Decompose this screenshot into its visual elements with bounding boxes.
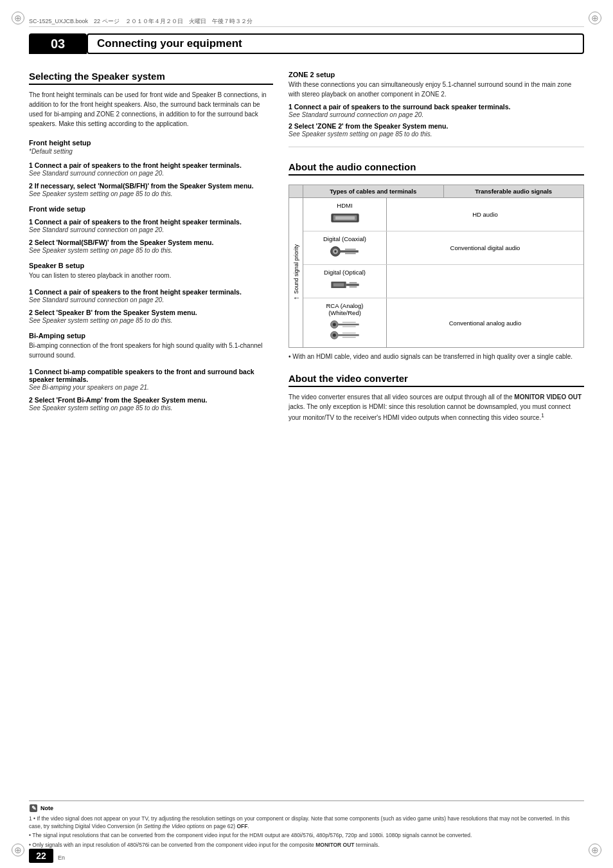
- front-height-default: *Default setting: [29, 148, 273, 155]
- svg-point-20: [332, 334, 335, 337]
- cable-hdmi: HDMI: [303, 198, 387, 231]
- note-text-3: • Only signals with an input resolution …: [29, 841, 584, 849]
- note-heading: ✎ Note: [29, 804, 584, 813]
- table-row-hdmi: HDMI HD audio: [303, 198, 583, 231]
- left-column: Selecting the Speaker system The front h…: [29, 64, 273, 817]
- file-info-bar: SC-1525_UXJCB.book 22 ページ ２０１０年４月２０日 火曜日…: [29, 18, 584, 27]
- video-converter-heading: About the video converter: [289, 373, 584, 387]
- svg-rect-2: [335, 217, 355, 220]
- page-lang: En: [58, 854, 65, 861]
- chapter-number-tab: 03: [29, 33, 87, 54]
- signal-digital-coaxial: Conventional digital audio: [387, 231, 583, 264]
- audio-table-body: ↑ Sound signal priority HDMI: [289, 198, 583, 347]
- priority-arrow: ↑: [292, 297, 301, 301]
- note-label: Note: [40, 805, 53, 811]
- svg-point-15: [332, 323, 335, 326]
- priority-label: ↑ Sound signal priority: [292, 244, 301, 300]
- zone2-heading: ZONE 2 setup: [289, 71, 584, 78]
- selecting-speaker-intro: The front height terminals can be used f…: [29, 90, 273, 129]
- fw-step2-heading: 2 Select 'Normal(SB/FW)' from the Speake…: [29, 239, 273, 246]
- note-icon: ✎: [29, 804, 38, 813]
- fh-step1-text: See Standard surround connection on page…: [29, 170, 273, 177]
- z2-step1-text: See Standard surround connection on page…: [289, 111, 584, 118]
- audio-connection-heading: About the audio connection: [289, 161, 584, 176]
- fh-step2-text: See Speaker system setting on page 85 to…: [29, 190, 273, 197]
- svg-rect-10: [333, 284, 344, 287]
- corner-mark-tl: [12, 12, 24, 24]
- table-row-digital-coaxial: Digital (Coaxial) Convention: [303, 231, 583, 265]
- coaxial-connector-icon: [329, 244, 361, 258]
- audio-table-header: Types of cables and terminals Transferab…: [289, 185, 583, 198]
- note-text-1: 1 • If the video signal does not appear …: [29, 815, 584, 831]
- digital-coaxial-label: Digital (Coaxial): [323, 235, 366, 242]
- speaker-b-intro: You can listen to stereo playback in ano…: [29, 271, 273, 280]
- audio-table-rows: HDMI HD audio Digit: [303, 198, 583, 347]
- chapter-title: Connecting your equipment: [97, 37, 242, 50]
- fh-step1-heading: 1 Connect a pair of speakers to the fron…: [29, 161, 273, 169]
- audio-table: Types of cables and terminals Transferab…: [289, 185, 584, 348]
- front-wide-setup-heading: Front wide setup: [29, 205, 273, 213]
- main-content: Selecting the Speaker system The front h…: [29, 64, 584, 817]
- signal-rca: Conventional analog audio: [387, 298, 583, 347]
- page-number: 22: [36, 851, 46, 861]
- zone2-intro: With these connections you can simultane…: [289, 80, 584, 99]
- sb-step1-heading: 1 Connect a pair of speakers to the fron…: [29, 288, 273, 296]
- z2-step2-heading: 2 Select 'ZONE 2' from the Speaker Syste…: [289, 122, 584, 130]
- fh-step2-heading: 2 If necessary, select 'Normal(SB/FH)' f…: [29, 182, 273, 190]
- page-number-box: 22: [29, 849, 53, 863]
- selecting-speaker-heading: Selecting the Speaker system: [29, 71, 273, 85]
- bi-amping-setup-heading: Bi-Amping setup: [29, 332, 273, 339]
- corner-mark-br: [589, 844, 601, 856]
- ba-step1-text: See Bi-amping your speakers on page 21.: [29, 384, 273, 391]
- sb-step1-text: See Standard surround connection on page…: [29, 296, 273, 303]
- right-column: ZONE 2 setup With these connections you …: [289, 64, 584, 817]
- note-text-2: • The signal input resolutions that can …: [29, 831, 584, 839]
- speaker-b-setup-heading: Speaker B setup: [29, 262, 273, 269]
- signal-digital-optical: [387, 265, 583, 298]
- file-info-text: SC-1525_UXJCB.book 22 ページ ２０１０年４月２０日 火曜日…: [29, 17, 253, 26]
- front-height-setup-heading: Front height setup: [29, 139, 273, 147]
- table-row-digital-optical: Digital (Optical): [303, 265, 583, 298]
- svg-text:✎: ✎: [31, 805, 37, 811]
- note-section: ✎ Note 1 • If the video signal does not …: [29, 800, 584, 849]
- audio-bullet: With an HDMI cable, video and audio sign…: [289, 352, 584, 361]
- cable-rca: RCA (Analog)(White/Red): [303, 298, 387, 347]
- chapter-number: 03: [51, 37, 65, 51]
- cable-digital-coaxial: Digital (Coaxial): [303, 231, 387, 264]
- hdmi-label: HDMI: [337, 202, 352, 209]
- ba-step2-heading: 2 Select 'Front Bi-Amp' from the Speaker…: [29, 396, 273, 404]
- fw-step2-text: See Speaker system setting on page 85 to…: [29, 247, 273, 254]
- fw-step1-text: See Standard surround connection on page…: [29, 226, 273, 233]
- sb-step2-heading: 2 Select 'Speaker B' from the Speaker Sy…: [29, 309, 273, 316]
- corner-mark-bl: [12, 844, 24, 856]
- video-converter-body: The video converter ensures that all vid…: [289, 392, 584, 422]
- rca-connector-icon: [329, 318, 361, 341]
- svg-point-5: [334, 250, 336, 252]
- ba-step1-heading: 1 Connect bi-amp compatible speakers to …: [29, 368, 273, 383]
- digital-optical-label: Digital (Optical): [324, 269, 366, 276]
- priority-col: ↑ Sound signal priority: [289, 198, 303, 347]
- z2-step1-heading: 1 Connect a pair of speakers to the surr…: [289, 103, 584, 111]
- z2-step2-text: See Speaker system setting on page 85 to…: [289, 131, 584, 138]
- ba-step2-text: See Speaker system setting on page 85 to…: [29, 404, 273, 411]
- rca-label: RCA (Analog)(White/Red): [326, 302, 363, 316]
- chapter-title-box: Connecting your equipment: [87, 33, 584, 54]
- corner-mark-tr: [589, 12, 601, 24]
- table-row-rca: RCA (Analog)(White/Red): [303, 298, 583, 347]
- col2-header: Transferable audio signals: [444, 185, 584, 197]
- col1-header: Types of cables and terminals: [303, 185, 444, 197]
- optical-connector-icon: [329, 278, 361, 292]
- bi-amping-intro: Bi-amping connection of the front speake…: [29, 341, 273, 360]
- cable-digital-optical: Digital (Optical): [303, 265, 387, 298]
- hdmi-connector-icon: [329, 211, 361, 225]
- sb-step2-text: See Speaker system setting on page 85 to…: [29, 317, 273, 324]
- fw-step1-heading: 1 Connect a pair of speakers to the fron…: [29, 218, 273, 226]
- signal-hdmi: HD audio: [387, 198, 583, 231]
